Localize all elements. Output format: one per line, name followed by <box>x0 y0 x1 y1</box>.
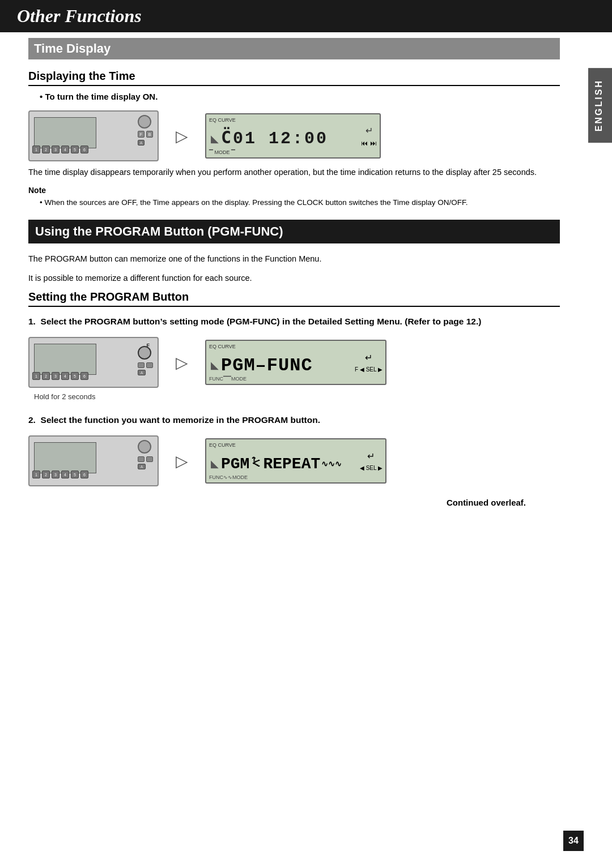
step-2-device-row: A 1 2 3 4 5 6 ▷ EQ CURVE ◣ PGM ⩻ REPEAT <box>28 435 560 486</box>
lcd-small-icons-1: EQ CURVE <box>209 117 236 123</box>
arrow-1: ▷ <box>176 127 188 146</box>
device-mockup-2: F A 1 2 3 4 5 6 <box>28 337 159 388</box>
step-1-label: 1. Select the PROGRAM button’s setting m… <box>28 315 560 328</box>
lcd-bottom-1: ▔ MODE ▔ <box>209 149 235 155</box>
time-display-body: The time display disappears temporarily … <box>28 166 560 179</box>
continued-overleaf: Continued overleaf. <box>28 498 526 507</box>
page-number: 34 <box>563 831 584 851</box>
device-num-row-2: 1 2 3 4 5 6 <box>32 372 88 380</box>
program-intro-1: The PROGRAM button can memorize one of t… <box>28 253 560 266</box>
lcd-right-icons-1: ↵ ⏮ ⏭ <box>361 125 377 147</box>
lcd-func-mode: FUNC▔▔MODE <box>209 376 246 382</box>
device-mockup-1: F B A 1 2 3 4 5 6 <box>28 110 159 161</box>
header-banner: Other Functions <box>0 0 612 32</box>
step-1-device-row: F A 1 2 3 4 5 6 ▷ EQ CURVE ◣ <box>28 337 560 388</box>
lcd-eq-curve-2: EQ CURVE <box>209 344 236 349</box>
device-screen-2 <box>34 344 96 375</box>
time-display-title: Time Display <box>34 41 554 56</box>
step-2-label: 2. Select the function you want to memor… <box>28 413 560 426</box>
page-title: Other Functions <box>17 6 595 27</box>
main-content: Time Display Displaying the Time To turn… <box>0 38 588 530</box>
device-num-row-1: 1 2 3 4 5 6 <box>32 146 88 153</box>
device-num-row-3: 1 2 3 4 5 6 <box>32 471 88 478</box>
lcd-eq-curve-3: EQ CURVE <box>209 442 236 448</box>
lcd-display-pgm: EQ CURVE ◣ PGM–FUNC FUNC▔▔MODE ↵ F ◀ SEL… <box>205 340 386 385</box>
lcd-time-text: C̈01 12:00 <box>221 130 328 147</box>
program-intro-2: It is possible to memorize a different f… <box>28 272 560 285</box>
note-title: Note <box>28 186 560 195</box>
lcd-display-repeat: EQ CURVE ◣ PGM ⩻ REPEAT ∿∿∿ FUNC∿∿MODE ↵… <box>205 438 386 484</box>
lcd-repeat-text: PGM ⩻ REPEAT ∿∿∿ <box>221 455 342 473</box>
lcd-right-3: ↵ ◀ SEL ▶ <box>360 451 382 471</box>
bullet-item-1: To turn the time display ON. <box>40 92 560 101</box>
side-tab: ENGLISH <box>588 68 612 143</box>
device-mockup-3: A 1 2 3 4 5 6 <box>28 435 159 486</box>
displaying-time-title: Displaying the Time <box>28 70 560 86</box>
note-section: Note When the sources are OFF, the Time … <box>28 186 560 208</box>
arrow-2: ▷ <box>176 353 188 372</box>
lcd-pgm-text: PGM–FUNC <box>221 355 313 376</box>
program-section-bar: Using the PROGRAM Button (PGM-FUNC) <box>28 220 560 243</box>
time-display-device-row: F B A 1 2 3 4 5 6 ▷ EQ CURVE ◣ <box>28 110 560 161</box>
lcd-display-1: EQ CURVE ◣ C̈01 12:00 ▔ MODE ▔ ↵ ⏮ ⏭ <box>205 113 381 159</box>
device-screen-1 <box>34 117 96 148</box>
step-1-caption: Hold for 2 seconds <box>34 392 560 401</box>
arrow-3: ▷ <box>176 452 188 471</box>
program-section-title: Using the PROGRAM Button (PGM-FUNC) <box>35 224 553 239</box>
note-text: When the sources are OFF, the Time appea… <box>40 197 560 208</box>
lcd-right-2: ↵ F ◀ SEL ▶ <box>355 352 382 373</box>
device-screen-3 <box>34 442 96 473</box>
bullet-list: To turn the time display ON. <box>28 92 560 101</box>
setting-program-title: Setting the PROGRAM Button <box>28 290 560 307</box>
time-display-section-bar: Time Display <box>28 38 560 59</box>
lcd-func-mode-2: FUNC∿∿MODE <box>209 474 248 480</box>
